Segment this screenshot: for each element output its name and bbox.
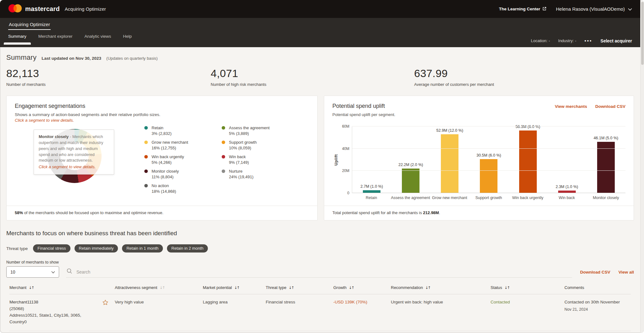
legend-dot-icon [144, 141, 148, 144]
legend-dot-icon [144, 184, 148, 187]
product-tab[interactable]: Acquiring Optimizer [8, 18, 51, 30]
uplift-footnote-text: Total potential spend uplift for all the… [332, 210, 423, 215]
bar-win-back-urgently[interactable]: 56.3M (6.0 %) [508, 125, 547, 193]
sort-icon[interactable]: ↓↑ [29, 286, 34, 290]
column-label: Recommendation [391, 285, 423, 290]
threat-chip-financial-stress[interactable]: Financial stress [33, 244, 70, 253]
overflow-menu-icon[interactable]: ••• [585, 38, 592, 43]
legend-item-monitor-closely[interactable]: Monitor closely11% (8,804) [144, 169, 207, 180]
column-header-threat-type[interactable]: Threat type↓↑ [266, 285, 333, 290]
column-header-recommendation[interactable]: Recommendation↓↑ [391, 285, 491, 290]
sort-icon[interactable]: ↓↑ [425, 286, 430, 290]
merchant-table-header: Merchant↓↑Attractiveness segment↓↑Market… [9, 282, 631, 294]
threat-type-cell: Financial stress [266, 299, 333, 325]
bar-value-label: 22.2M (2.0 %) [398, 163, 423, 167]
tab-analytic-views[interactable]: Analytic views [85, 32, 111, 45]
legend-item-nurture[interactable]: Nurture24% (19,491) [222, 169, 285, 180]
bar-value-label: 52.9M (12.0 %) [436, 128, 463, 133]
column-label: Threat type [266, 285, 286, 290]
column-header-merchant[interactable]: Merchant↓↑ [9, 285, 115, 290]
bar-assess-the-agreement[interactable]: 22.2M (2.0 %) [391, 125, 430, 193]
column-header-status[interactable]: Status↓↑ [491, 285, 564, 290]
main-content: Summary Last updated on Nov 30, 2023 (Up… [0, 47, 640, 333]
location-filter[interactable]: Location: - [531, 38, 550, 43]
brand: mastercard [8, 4, 60, 14]
table-row[interactable]: Merchant11138(25068)Address10521, State1… [9, 294, 631, 331]
legend-dot-icon [222, 155, 225, 158]
sort-icon[interactable]: ↓↑ [159, 286, 164, 290]
status-cell: Contacted [491, 299, 564, 325]
select-acquirer-button[interactable]: Select acquirer [601, 38, 632, 43]
column-header-growth[interactable]: Growth↓↑ [333, 285, 391, 290]
bar-win-back[interactable]: 2.3M (1.0 %) [547, 125, 586, 193]
legend-column-1: Retain3% (2,832)Grow new merchant16% (12… [144, 125, 207, 194]
sort-icon[interactable]: ↓↑ [349, 286, 354, 290]
x-axis-label: Retain [352, 196, 391, 200]
legend-text: Grow new merchant16% (12,755) [152, 140, 188, 151]
bar-rect[interactable] [402, 169, 419, 193]
tab-help[interactable]: Help [123, 32, 132, 45]
merchant-cell: Merchant11138(25068)Address10521, State1… [9, 299, 102, 325]
merchant-name[interactable]: Merchant11138 [9, 299, 98, 306]
y-tick-label: 0 [347, 191, 349, 195]
user-menu[interactable]: Helena Rasova (VisualAODemo) [556, 6, 632, 12]
star-icon[interactable] [102, 299, 108, 306]
view-merchants-link[interactable]: View merchants [555, 104, 587, 109]
threat-chip-retain-immediately[interactable]: Retain immediately [75, 244, 118, 253]
kpi-number-of-high-risk-merchants: 4,071Number of high risk merchants [211, 67, 414, 87]
bar-rect[interactable] [480, 159, 497, 193]
x-axis-label: Win back urgently [508, 196, 547, 200]
engagement-title: Engagement segmentations [15, 103, 309, 109]
learning-center-link[interactable]: The Learning Center [499, 7, 547, 12]
legend-item-win-back-urgently[interactable]: Win back urgently5% (4,266) [144, 154, 207, 165]
table-download-csv-link[interactable]: Download CSV [580, 270, 610, 275]
tooltip-details-link[interactable]: Click a segment to view details. [39, 164, 109, 170]
legend-item-support-growth[interactable]: Support growth10% (8,059) [222, 140, 285, 151]
learning-center-label: The Learning Center [499, 7, 540, 11]
bar-retain[interactable]: 2.7M (1.0 %) [352, 125, 391, 193]
legend-item-win-back[interactable]: Win back9% (7,149) [222, 154, 285, 165]
column-header-market-potential[interactable]: Market potential↓↑ [203, 285, 266, 290]
search-box[interactable] [66, 266, 572, 278]
tab-merchant-explorer[interactable]: Merchant explorer [38, 32, 73, 45]
bar-value-label: 2.3M (1.0 %) [556, 185, 578, 189]
merchant-id: (25068) [9, 306, 98, 312]
sort-icon[interactable]: ↓↑ [289, 286, 294, 290]
threat-chip-retain-in-1-month[interactable]: Retain in 1 month [122, 244, 163, 253]
sort-icon[interactable]: ↓↑ [504, 286, 509, 290]
bar-rect[interactable] [597, 142, 615, 193]
legend-item-no-action[interactable]: No action18% (14,868) [144, 183, 207, 194]
favorite-toggle[interactable] [102, 299, 115, 325]
table-row[interactable]: Merchant23612(108406)State11, City3917, … [9, 331, 631, 333]
legend-column-2: Assess the agreement5% (3,889)Support gr… [222, 125, 285, 194]
bar-monitor-closely[interactable]: 46.1M (5.0 %) [586, 125, 625, 193]
segment-tooltip: Monitor closely - Merchants which outper… [34, 130, 114, 175]
sort-icon[interactable]: ↓↑ [234, 286, 239, 290]
search-input[interactable] [76, 269, 572, 275]
view-all-link[interactable]: View all [619, 270, 634, 275]
y-tick-label: 40M [342, 147, 349, 151]
bar-support-growth[interactable]: 30.5M (6.0 %) [469, 125, 508, 193]
kpi-label: Number of high risk merchants [211, 82, 414, 87]
scrollbar-thumb[interactable] [641, 2, 644, 65]
uplift-download-csv-link[interactable]: Download CSV [595, 104, 625, 109]
threat-chip-retain-in-2-month[interactable]: Retain in 2 month [167, 244, 208, 253]
legend-item-assess-the-agreement[interactable]: Assess the agreement5% (3,889) [222, 125, 285, 136]
engagement-details-link[interactable]: Click a segment to view details. [15, 118, 309, 123]
legend-item-grow-new-merchant[interactable]: Grow new merchant16% (12,755) [144, 140, 207, 151]
legend-dot-icon [144, 169, 148, 173]
column-header-attractiveness-segment[interactable]: Attractiveness segment↓↑ [115, 285, 203, 290]
chevron-down-icon [628, 6, 632, 12]
bar-grow-new-merchant[interactable]: 52.9M (12.0 %) [430, 125, 469, 193]
legend-item-retain[interactable]: Retain3% (2,832) [144, 125, 207, 136]
x-axis-label: Assess the agreement [391, 196, 430, 200]
tab-summary[interactable]: Summary [8, 32, 26, 45]
legend-dot-icon [144, 155, 148, 158]
vertical-scrollbar[interactable] [640, 0, 644, 333]
bar-rect[interactable] [519, 130, 537, 193]
merchant-count-select[interactable]: 10 [6, 266, 59, 278]
industry-filter[interactable]: Industry: - [558, 38, 576, 43]
y-axis-label: Uplift [332, 126, 339, 193]
merchant-table: Merchant↓↑Attractiveness segment↓↑Market… [6, 282, 634, 333]
bar-rect[interactable] [441, 134, 458, 193]
